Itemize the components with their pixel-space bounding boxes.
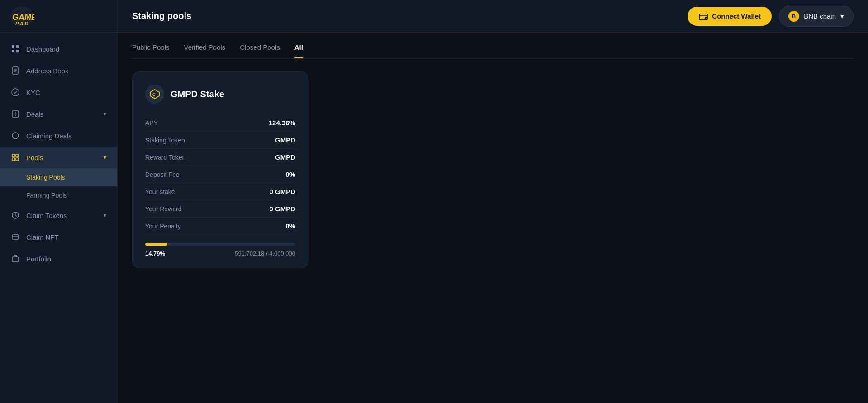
pool-deposit-fee-value: 0% xyxy=(285,171,295,178)
pool-card-header: G GMPD Stake xyxy=(145,85,295,104)
address-book-icon xyxy=(11,66,20,75)
sidebar-item-dashboard-label: Dashboard xyxy=(26,45,59,53)
kyc-icon xyxy=(11,88,20,97)
deals-chevron-icon: ▾ xyxy=(104,111,106,117)
tab-closed-pools[interactable]: Closed Pools xyxy=(240,43,280,58)
pool-row-staking-token: Staking Token GMPD xyxy=(145,132,295,149)
sidebar-item-portfolio-label: Portfolio xyxy=(26,255,51,263)
pool-your-stake-value: 0 GMPD xyxy=(269,188,295,195)
pool-progress-fill-yellow xyxy=(145,243,167,246)
sidebar-item-address-book[interactable]: Address Book xyxy=(0,60,117,81)
claim-nft-icon xyxy=(11,232,20,242)
topbar-actions: Connect Wallet B BNB chain ▾ xyxy=(688,6,854,27)
svg-rect-17 xyxy=(16,154,19,157)
pool-card: G GMPD Stake APY 124.36% Staking Token G… xyxy=(132,71,308,268)
pool-row-your-stake: Your stake 0 GMPD xyxy=(145,183,295,200)
bnb-chain-icon: B xyxy=(788,11,799,22)
logo-icon: GAMES PAD xyxy=(9,5,34,28)
svg-rect-5 xyxy=(12,50,14,52)
pool-row-your-penalty: Your Penalty 0% xyxy=(145,218,295,235)
claim-tokens-icon xyxy=(11,211,20,220)
sidebar-item-claiming-deals-label: Claiming Deals xyxy=(26,132,72,140)
portfolio-icon xyxy=(11,254,20,263)
sidebar-nav: Dashboard Address Book KYC Deals ▾ xyxy=(0,33,117,403)
sidebar-item-pools[interactable]: Pools ▾ xyxy=(0,147,117,168)
sidebar-item-dashboard[interactable]: Dashboard xyxy=(0,38,117,60)
pool-your-reward-value: 0 GMPD xyxy=(269,205,295,213)
sidebar-item-claim-nft-label: Claim NFT xyxy=(26,233,59,241)
chain-selector[interactable]: B BNB chain ▾ xyxy=(779,6,854,27)
pool-progress-pct: 14.79% xyxy=(145,250,165,257)
pool-your-reward-label: Your Reward xyxy=(145,205,181,213)
sidebar-item-farming-pools-label: Farming Pools xyxy=(26,192,67,199)
svg-rect-25 xyxy=(705,17,707,19)
pool-your-penalty-label: Your Penalty xyxy=(145,223,181,230)
sidebar-item-deals[interactable]: Deals ▾ xyxy=(0,103,117,125)
chain-chevron-icon: ▾ xyxy=(840,12,844,20)
svg-rect-4 xyxy=(16,45,19,48)
pools-chevron-icon: ▾ xyxy=(104,154,106,161)
sidebar-item-kyc[interactable]: KYC xyxy=(0,81,117,103)
sidebar-item-staking-pools[interactable]: Staking Pools xyxy=(0,168,117,186)
sidebar-item-address-book-label: Address Book xyxy=(26,67,68,75)
pool-progress-amounts: 591,702.18 / 4,000,000 xyxy=(235,250,295,257)
sidebar-item-staking-pools-label: Staking Pools xyxy=(26,174,65,181)
sidebar-item-portfolio[interactable]: Portfolio xyxy=(0,248,117,270)
claim-tokens-chevron-icon: ▾ xyxy=(104,212,106,218)
sidebar-item-farming-pools[interactable]: Farming Pools xyxy=(0,186,117,204)
pool-progress-bar xyxy=(145,243,295,246)
sidebar-item-claim-tokens[interactable]: Claim Tokens ▾ xyxy=(0,204,117,226)
sidebar-item-claim-nft[interactable]: Claim NFT xyxy=(0,226,117,248)
sidebar: GAMES PAD Dashboard Address Book KYC xyxy=(0,0,118,403)
svg-rect-18 xyxy=(12,158,15,161)
sidebar-item-deals-label: Deals xyxy=(26,110,43,118)
sidebar-item-kyc-label: KYC xyxy=(26,89,40,96)
deals-icon xyxy=(11,109,20,119)
pool-deposit-fee-label: Deposit Fee xyxy=(145,171,179,178)
pool-row-reward-token: Reward Token GMPD xyxy=(145,149,295,166)
pool-row-apy: APY 124.36% xyxy=(145,114,295,132)
tab-all[interactable]: All xyxy=(294,43,303,58)
svg-rect-16 xyxy=(12,154,15,157)
page-title: Staking pools xyxy=(132,11,191,21)
logo-area: GAMES PAD xyxy=(0,0,117,33)
sidebar-item-claiming-deals[interactable]: Claiming Deals xyxy=(0,125,117,147)
content-area: Public Pools Verified Pools Closed Pools… xyxy=(118,33,868,403)
pool-row-deposit-fee: Deposit Fee 0% xyxy=(145,166,295,183)
pool-token-icon: G xyxy=(145,85,164,104)
pool-reward-token-label: Reward Token xyxy=(145,154,185,161)
pool-reward-token-value: GMPD xyxy=(275,153,295,161)
svg-point-15 xyxy=(12,133,19,139)
topbar: Staking pools Connect Wallet B BNB chain… xyxy=(118,0,868,33)
connect-wallet-label: Connect Wallet xyxy=(712,12,761,20)
svg-text:G: G xyxy=(152,92,156,97)
pool-progress-labels: 14.79% 591,702.18 / 4,000,000 xyxy=(145,250,295,257)
pool-apy-label: APY xyxy=(145,119,158,127)
main-area: Staking pools Connect Wallet B BNB chain… xyxy=(118,0,868,403)
svg-rect-3 xyxy=(12,45,14,48)
tab-bar: Public Pools Verified Pools Closed Pools… xyxy=(132,43,854,59)
connect-wallet-button[interactable]: Connect Wallet xyxy=(688,7,772,26)
pool-staking-token-value: GMPD xyxy=(275,136,295,144)
wallet-icon xyxy=(698,11,708,21)
sidebar-item-claim-tokens-label: Claim Tokens xyxy=(26,212,67,219)
tab-verified-pools[interactable]: Verified Pools xyxy=(184,43,226,58)
svg-rect-6 xyxy=(16,50,19,52)
pool-your-penalty-value: 0% xyxy=(285,222,295,230)
pool-row-your-reward: Your Reward 0 GMPD xyxy=(145,200,295,218)
pool-staking-token-label: Staking Token xyxy=(145,137,185,144)
pools-icon xyxy=(11,153,20,162)
claiming-deals-icon xyxy=(11,131,20,140)
grid-icon xyxy=(11,44,20,53)
svg-text:PAD: PAD xyxy=(15,21,29,26)
pool-apy-value: 124.36% xyxy=(269,119,295,127)
pool-name: GMPD Stake xyxy=(171,89,224,100)
tab-public-pools[interactable]: Public Pools xyxy=(132,43,170,58)
sidebar-item-pools-label: Pools xyxy=(26,154,43,161)
svg-rect-19 xyxy=(16,158,19,161)
svg-text:GAMES: GAMES xyxy=(12,13,34,22)
pool-progress-section: 14.79% 591,702.18 / 4,000,000 xyxy=(145,243,295,257)
svg-rect-21 xyxy=(12,235,19,239)
svg-rect-23 xyxy=(12,257,19,262)
chain-label: BNB chain xyxy=(804,12,836,20)
